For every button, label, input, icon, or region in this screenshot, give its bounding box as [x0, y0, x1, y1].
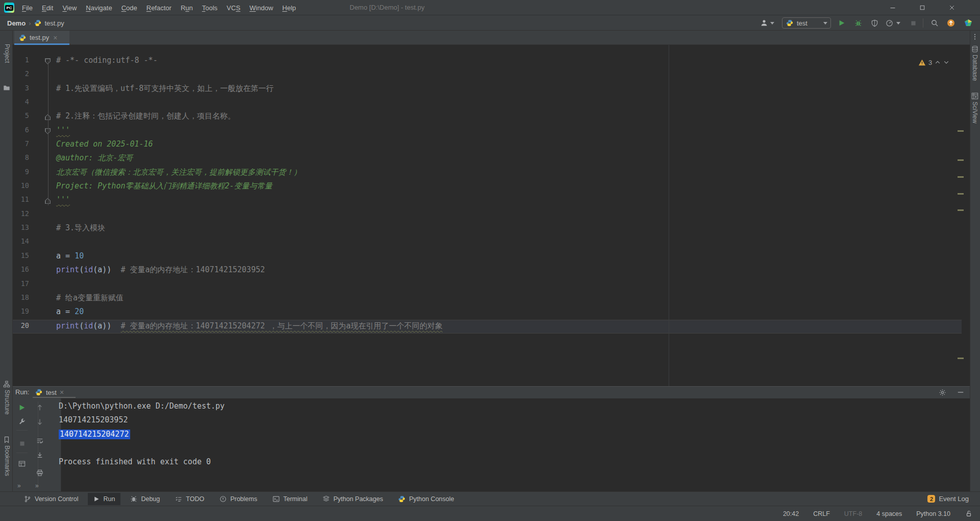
console-line[interactable] — [59, 441, 926, 455]
line-number[interactable]: 11 — [13, 195, 29, 203]
menu-item-view[interactable]: View — [58, 4, 81, 12]
project-folder-icon[interactable] — [3, 84, 11, 92]
tab-options-icon[interactable] — [971, 33, 978, 41]
edit-configuration-wrench-icon[interactable] — [17, 417, 27, 427]
menu-item-code[interactable]: Code — [117, 4, 142, 12]
console-line[interactable]: Process finished with exit code 0 — [59, 455, 926, 469]
code-line[interactable]: 11''' — [13, 194, 970, 207]
down-stack-trace-icon[interactable] — [35, 417, 45, 427]
error-stripe-mark[interactable] — [958, 130, 964, 132]
error-stripe-mark[interactable] — [958, 159, 964, 161]
line-number[interactable]: 4 — [13, 98, 29, 106]
menu-item-edit[interactable]: Edit — [37, 4, 58, 12]
editor-tab-testpy[interactable]: test.py × — [14, 31, 69, 44]
menu-item-tools[interactable]: Tools — [198, 4, 222, 12]
console-line[interactable]: D:\Python\python.exe D:/Demo/test.py — [59, 399, 926, 413]
code-line[interactable]: 20print(id(a)) # 变量a的内存地址：14071421520427… — [13, 320, 962, 334]
tool-strip-sciview[interactable]: SciView — [971, 102, 978, 123]
window-maximize-button[interactable] — [911, 0, 934, 15]
line-number[interactable]: 15 — [13, 251, 29, 259]
code-line[interactable]: 9北京宏哥（微信搜索：北京宏哥，关注宏哥，提前解锁更多测试干货！） — [13, 166, 970, 180]
coverage-button[interactable] — [869, 17, 880, 29]
code-line[interactable]: 12 — [13, 208, 970, 222]
event-log-button[interactable]: 2 Event Log — [927, 495, 969, 503]
code-line[interactable]: 13# 3.导入模块 — [13, 222, 970, 235]
debug-button[interactable] — [852, 17, 864, 29]
update-available-icon[interactable] — [945, 17, 957, 29]
code-line[interactable]: 14 — [13, 235, 970, 249]
profiler-button[interactable] — [884, 17, 895, 29]
code-line[interactable]: 1# -*- coding:utf-8 -*- — [13, 54, 970, 68]
line-number[interactable]: 6 — [13, 126, 29, 134]
line-number[interactable]: 2 — [13, 69, 29, 78]
run-console-output[interactable]: D:\Python\python.exe D:/Demo/test.py1407… — [59, 399, 926, 469]
python-interpreter[interactable]: Python 3.10 — [916, 510, 950, 517]
code-line[interactable]: 17 — [13, 278, 970, 292]
menu-item-vcs[interactable]: VCS — [222, 4, 245, 12]
line-number[interactable]: 14 — [13, 237, 29, 245]
line-number[interactable]: 16 — [13, 265, 29, 273]
next-warning-icon[interactable] — [943, 59, 949, 65]
profile-dropdown-icon[interactable] — [770, 22, 774, 25]
code-line[interactable]: 2 — [13, 68, 970, 82]
scroll-to-end-icon[interactable] — [35, 450, 45, 460]
line-number[interactable]: 19 — [13, 307, 29, 315]
code-line[interactable]: 18# 给a变量重新赋值 — [13, 292, 970, 305]
line-number[interactable]: 13 — [13, 223, 29, 231]
rerun-button[interactable] — [17, 402, 27, 413]
tool-window-button-run[interactable]: Run — [88, 493, 120, 505]
menu-item-refactor[interactable]: Refactor — [142, 4, 176, 12]
tool-window-button-todo[interactable]: TODO — [169, 493, 210, 505]
code-line[interactable]: 5# 2.注释：包括记录创建时间，创建人，项目名称。 — [13, 110, 970, 124]
unlock-icon[interactable] — [965, 510, 973, 518]
error-stripe-mark[interactable] — [958, 358, 964, 359]
structure-icon[interactable] — [3, 380, 11, 388]
tool-window-button-terminal[interactable]: Terminal — [267, 493, 313, 505]
up-stack-trace-icon[interactable] — [35, 402, 45, 413]
indent-setting[interactable]: 4 spaces — [876, 510, 902, 517]
error-stripe-mark[interactable] — [958, 209, 964, 211]
caret-position[interactable]: 20:42 — [783, 510, 799, 517]
code-line[interactable]: 8@author: 北京-宏哥 — [13, 152, 970, 165]
line-number[interactable]: 20 — [13, 321, 29, 329]
code-view[interactable]: 1# -*- coding:utf-8 -*-23# 1.先设置编码，utf-8… — [13, 45, 970, 386]
code-line[interactable]: 16print(id(a)) # 变量a的内存地址：14071421520395… — [13, 264, 970, 277]
menu-item-help[interactable]: Help — [278, 4, 301, 12]
tool-window-button-debug[interactable]: Debug — [125, 493, 165, 505]
file-encoding[interactable]: UTF-8 — [844, 510, 862, 517]
print-icon[interactable] — [35, 468, 45, 478]
run-tab-test[interactable]: test × — [35, 387, 64, 397]
tool-window-button-python-packages[interactable]: Python Packages — [317, 493, 388, 505]
database-icon[interactable] — [971, 45, 979, 53]
tool-window-button-version-control[interactable]: Version Control — [18, 493, 84, 505]
ide-gem-icon[interactable] — [963, 17, 974, 29]
hide-panel-icon[interactable] — [955, 387, 966, 397]
restore-layout-icon[interactable] — [17, 459, 27, 469]
line-number[interactable]: 5 — [13, 111, 29, 120]
line-number[interactable]: 7 — [13, 139, 29, 148]
line-number[interactable]: 3 — [13, 84, 29, 92]
line-number[interactable]: 9 — [13, 168, 29, 176]
tab-close-icon[interactable]: × — [53, 34, 57, 42]
tool-strip-database[interactable]: Database — [971, 55, 978, 81]
breadcrumb-project[interactable]: Demo — [7, 19, 26, 27]
run-button[interactable] — [836, 17, 847, 29]
breadcrumb-file[interactable]: test.py — [44, 19, 64, 27]
more-actions-chevrons[interactable]: » — [17, 482, 22, 489]
bookmarks-icon[interactable] — [3, 436, 11, 444]
code-line[interactable]: 6''' — [13, 124, 970, 138]
code-line[interactable]: 15a = 10 — [13, 250, 970, 264]
line-separator[interactable]: CRLF — [813, 510, 830, 517]
code-line[interactable]: 3# 1.先设置编码，utf-8可支持中英文，如上，一般放在第一行 — [13, 82, 970, 96]
line-number[interactable]: 8 — [13, 153, 29, 161]
more-actions-chevrons[interactable]: » — [35, 482, 40, 489]
menu-item-navigate[interactable]: Navigate — [81, 4, 116, 12]
tool-strip-structure[interactable]: Structure — [4, 390, 11, 415]
warning-count[interactable]: 3 — [928, 59, 932, 66]
tool-window-button-python-console[interactable]: Python Console — [393, 493, 459, 505]
line-number[interactable]: 10 — [13, 181, 29, 190]
code-line[interactable]: 7Created on 2025-01-16 — [13, 138, 970, 152]
code-line[interactable]: 4 — [13, 96, 970, 110]
search-everywhere-icon[interactable] — [929, 17, 940, 29]
window-minimize-button[interactable] — [881, 0, 904, 15]
